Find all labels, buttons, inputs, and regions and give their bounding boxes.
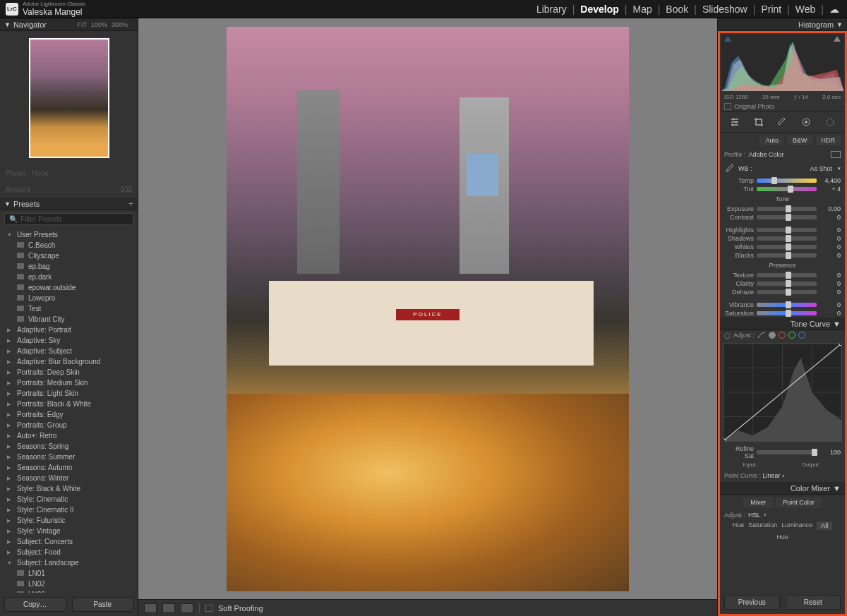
nav-library[interactable]: Library xyxy=(534,4,569,15)
shadow-clip-icon[interactable] xyxy=(724,36,731,42)
rgb-channel-icon[interactable] xyxy=(769,332,776,339)
dehaze-slider[interactable]: Dehaze0 xyxy=(720,288,845,296)
mask-icon[interactable] xyxy=(800,116,812,128)
nav-book[interactable]: Book xyxy=(663,4,690,15)
presets-header[interactable]: ▼Presets + xyxy=(0,198,138,210)
preset-folder-seasons-autumn[interactable]: Seasons: Autumn xyxy=(0,462,138,473)
user-presets-folder[interactable]: User Presets xyxy=(0,229,138,240)
preset-list[interactable]: User PresetsC.BeachCityscapeep.bagep.dar… xyxy=(0,228,138,593)
parametric-curve-icon[interactable] xyxy=(757,332,766,339)
auto-button[interactable]: Auto xyxy=(759,135,784,145)
preset-folder-adaptive-blur-background[interactable]: Adaptive: Blur Background xyxy=(0,356,138,367)
zoom-100%[interactable]: 100% xyxy=(91,21,107,28)
tint-slider[interactable]: Tint+ 4 xyxy=(720,185,845,193)
preset-ln01[interactable]: LN01 xyxy=(0,568,138,579)
preset-ln03[interactable]: LN03 xyxy=(0,589,138,593)
nav-develop[interactable]: Develop xyxy=(578,4,620,15)
blacks-slider[interactable]: Blacks0 xyxy=(720,251,845,260)
all-tab[interactable]: All xyxy=(817,521,832,530)
exposure-slider[interactable]: Exposure0.00 xyxy=(720,205,845,213)
filter-presets-input[interactable]: 🔍 Filter Presets xyxy=(4,213,133,225)
nav-print[interactable]: Print xyxy=(759,4,783,15)
crop-icon[interactable] xyxy=(753,116,764,128)
paste-button[interactable]: Paste xyxy=(72,597,134,612)
temp-slider[interactable]: Temp4,400 xyxy=(720,176,845,185)
preset-folder-style-black-white[interactable]: Style: Black & White xyxy=(0,483,138,494)
texture-slider[interactable]: Texture0 xyxy=(720,271,845,279)
preset-folder-portraits-group[interactable]: Portraits: Group xyxy=(0,420,138,430)
hue-tab[interactable]: Hue xyxy=(733,521,745,530)
tone-curve-editor[interactable] xyxy=(723,343,842,442)
eyedropper-icon[interactable] xyxy=(724,164,734,174)
vibrance-slider[interactable]: Vibrance0 xyxy=(720,301,845,309)
preset-test[interactable]: Test xyxy=(0,303,138,314)
whites-slider[interactable]: Whites0 xyxy=(720,243,845,251)
preset-ep-bag[interactable]: ep.bag xyxy=(0,261,138,272)
refine-sat-slider[interactable]: Refine Sat 100 xyxy=(720,445,845,460)
curve-adjust-row[interactable]: ◯ Adjust : xyxy=(720,330,845,340)
zoom-FIT[interactable]: FIT xyxy=(77,21,87,28)
edit-sliders-icon[interactable] xyxy=(729,116,740,128)
saturation-tab[interactable]: Saturation xyxy=(748,521,777,530)
heal-icon[interactable] xyxy=(776,116,788,128)
preset-folder-adaptive-sky[interactable]: Adaptive: Sky xyxy=(0,335,138,346)
preset-folder-subject-concerts[interactable]: Subject: Concerts xyxy=(0,536,138,547)
profile-browser-icon[interactable] xyxy=(831,151,841,158)
color-mixer-header[interactable]: Color Mixer▼ xyxy=(720,482,845,495)
previous-button[interactable]: Previous xyxy=(724,595,780,610)
preset-folder-seasons-winter[interactable]: Seasons: Winter xyxy=(0,473,138,483)
red-channel-icon[interactable] xyxy=(779,332,786,339)
navigator-thumbnail[interactable] xyxy=(0,31,138,165)
preset-folder-seasons-summer[interactable]: Seasons: Summer xyxy=(0,452,138,462)
preset-folder-portraits-black-white[interactable]: Portraits: Black & White xyxy=(0,399,138,409)
redeye-icon[interactable] xyxy=(824,116,836,128)
nav-map[interactable]: Map xyxy=(630,4,654,15)
bw-button[interactable]: B&W xyxy=(787,135,813,145)
saturation-slider[interactable]: Saturation0 xyxy=(720,309,845,318)
profile-row[interactable]: Profile : Adobe Color xyxy=(720,148,845,161)
view-split-button[interactable] xyxy=(181,603,193,613)
preset-folder-portraits-light-skin[interactable]: Portraits: Light Skin xyxy=(0,388,138,399)
navigator-header[interactable]: ▼Navigator FIT100%300% xyxy=(0,18,138,31)
point-color-tab[interactable]: Point Color xyxy=(776,497,822,507)
preset-folder-auto-retro[interactable]: Auto+: Retro xyxy=(0,430,138,441)
preset-ep-dark[interactable]: ep.dark xyxy=(0,272,138,282)
nav-slideshow[interactable]: Slideshow xyxy=(700,4,750,15)
preset-folder-adaptive-subject[interactable]: Adaptive: Subject xyxy=(0,346,138,356)
preset-folder-seasons-spring[interactable]: Seasons: Spring xyxy=(0,441,138,452)
soft-proofing-checkbox[interactable] xyxy=(205,605,212,612)
preset-folder-portraits-medium-skin[interactable]: Portraits: Medium Skin xyxy=(0,378,138,388)
hsl-adjust-row[interactable]: Adjust : HSL▾ xyxy=(720,510,845,520)
copy-button[interactable]: Copy… xyxy=(4,597,66,612)
blue-channel-icon[interactable] xyxy=(798,332,805,339)
preset-folder-portraits-deep-skin[interactable]: Portraits: Deep Skin xyxy=(0,367,138,378)
zoom-300%[interactable]: 300% xyxy=(112,21,128,28)
preset-folder-adaptive-portrait[interactable]: Adaptive: Portrait xyxy=(0,325,138,335)
subject-landscape-folder[interactable]: Subject: Landscape xyxy=(0,557,138,568)
point-curve-row[interactable]: Point Curve : Linear ▾ xyxy=(720,469,845,482)
preset-folder-style-cinematic-ii[interactable]: Style: Cinematic II xyxy=(0,505,138,515)
luminance-tab[interactable]: Luminance xyxy=(781,521,812,530)
wb-row[interactable]: WB : As Shot▾ xyxy=(720,161,845,176)
preset-folder-style-vintage[interactable]: Style: Vintage xyxy=(0,526,138,536)
highlight-clip-icon[interactable] xyxy=(834,36,841,42)
preset-c-beach[interactable]: C.Beach xyxy=(0,240,138,250)
mixer-tab[interactable]: Mixer xyxy=(743,497,773,507)
add-preset-icon[interactable]: + xyxy=(128,199,133,209)
contrast-slider[interactable]: Contrast0 xyxy=(720,213,845,222)
preset-vibrant-city[interactable]: Vibrant City xyxy=(0,314,138,325)
histogram-header[interactable]: Histogram▼ xyxy=(718,18,847,31)
tone-curve-header[interactable]: Tone Curve▼ xyxy=(720,318,845,330)
canvas[interactable]: POLICE Soft Proofing xyxy=(138,18,717,616)
preset-cityscape[interactable]: Cityscape xyxy=(0,250,138,261)
green-channel-icon[interactable] xyxy=(788,332,795,339)
preset-lowepro[interactable]: Lowepro xyxy=(0,293,138,303)
shadows-slider[interactable]: Shadows0 xyxy=(720,234,845,243)
reset-button[interactable]: Reset xyxy=(786,595,841,610)
cloud-sync-icon[interactable]: ☁ xyxy=(827,4,841,15)
photo-preview[interactable]: POLICE xyxy=(227,27,629,591)
histogram[interactable] xyxy=(721,35,843,91)
view-before-after-button[interactable] xyxy=(162,603,175,613)
nav-web[interactable]: Web xyxy=(793,4,818,15)
hdr-button[interactable]: HDR xyxy=(816,135,841,145)
